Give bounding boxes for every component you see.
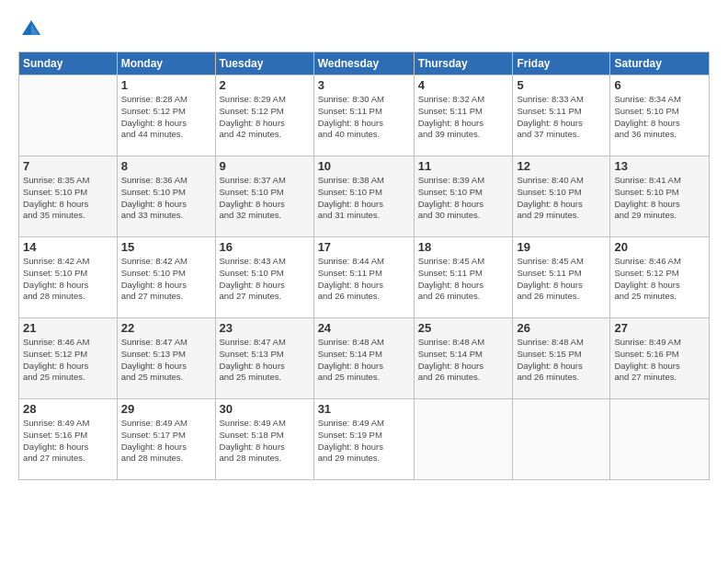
day-number: 26 [517,321,606,335]
day-detail: Sunrise: 8:30 AM Sunset: 5:11 PM Dayligh… [318,94,410,141]
day-detail: Sunrise: 8:49 AM Sunset: 5:19 PM Dayligh… [318,418,410,465]
day-number: 27 [614,321,705,335]
day-detail: Sunrise: 8:49 AM Sunset: 5:16 PM Dayligh… [614,337,705,384]
day-detail: Sunrise: 8:36 AM Sunset: 5:10 PM Dayligh… [121,175,211,222]
day-number: 9 [220,159,310,173]
day-number: 21 [23,321,113,335]
calendar-day-header: Monday [117,52,215,75]
day-number: 25 [418,321,509,335]
day-number: 23 [220,321,310,335]
day-number: 13 [614,159,705,173]
day-detail: Sunrise: 8:38 AM Sunset: 5:10 PM Dayligh… [318,175,410,222]
day-number: 20 [614,240,705,254]
day-number: 15 [121,240,211,254]
day-detail: Sunrise: 8:35 AM Sunset: 5:10 PM Dayligh… [23,175,113,222]
day-detail: Sunrise: 8:37 AM Sunset: 5:10 PM Dayligh… [220,175,310,222]
calendar-cell: 6Sunrise: 8:34 AM Sunset: 5:10 PM Daylig… [610,75,710,156]
calendar-cell: 24Sunrise: 8:48 AM Sunset: 5:14 PM Dayli… [313,318,414,399]
calendar-cell: 26Sunrise: 8:48 AM Sunset: 5:15 PM Dayli… [513,318,610,399]
day-number: 4 [418,78,509,92]
day-number: 14 [23,240,113,254]
day-number: 24 [318,321,410,335]
day-number: 17 [318,240,410,254]
calendar-cell: 30Sunrise: 8:49 AM Sunset: 5:18 PM Dayli… [215,399,313,480]
calendar-cell: 8Sunrise: 8:36 AM Sunset: 5:10 PM Daylig… [117,156,215,237]
day-detail: Sunrise: 8:48 AM Sunset: 5:15 PM Dayligh… [517,337,606,384]
calendar-cell: 10Sunrise: 8:38 AM Sunset: 5:10 PM Dayli… [313,156,414,237]
day-number: 12 [517,159,606,173]
day-number: 8 [121,159,211,173]
day-detail: Sunrise: 8:33 AM Sunset: 5:11 PM Dayligh… [517,94,606,141]
calendar-day-header: Saturday [610,52,710,75]
calendar-cell [610,399,710,480]
calendar-cell: 23Sunrise: 8:47 AM Sunset: 5:13 PM Dayli… [215,318,313,399]
day-detail: Sunrise: 8:32 AM Sunset: 5:11 PM Dayligh… [418,94,509,141]
day-detail: Sunrise: 8:48 AM Sunset: 5:14 PM Dayligh… [418,337,509,384]
day-detail: Sunrise: 8:29 AM Sunset: 5:12 PM Dayligh… [220,94,310,141]
calendar-week-row: 1Sunrise: 8:28 AM Sunset: 5:12 PM Daylig… [19,75,710,156]
calendar-header-row: SundayMondayTuesdayWednesdayThursdayFrid… [19,52,710,75]
calendar-week-row: 7Sunrise: 8:35 AM Sunset: 5:10 PM Daylig… [19,156,710,237]
day-detail: Sunrise: 8:47 AM Sunset: 5:13 PM Dayligh… [121,337,211,384]
day-detail: Sunrise: 8:49 AM Sunset: 5:16 PM Dayligh… [23,418,113,465]
day-detail: Sunrise: 8:49 AM Sunset: 5:17 PM Dayligh… [121,418,211,465]
calendar-cell: 16Sunrise: 8:43 AM Sunset: 5:10 PM Dayli… [215,237,313,318]
calendar-cell: 19Sunrise: 8:45 AM Sunset: 5:11 PM Dayli… [513,237,610,318]
day-detail: Sunrise: 8:46 AM Sunset: 5:12 PM Dayligh… [23,337,113,384]
day-number: 16 [220,240,310,254]
day-number: 1 [121,78,211,92]
calendar-day-header: Sunday [19,52,118,75]
logo [18,17,48,42]
calendar-cell: 12Sunrise: 8:40 AM Sunset: 5:10 PM Dayli… [513,156,610,237]
calendar-cell: 11Sunrise: 8:39 AM Sunset: 5:10 PM Dayli… [414,156,513,237]
day-detail: Sunrise: 8:41 AM Sunset: 5:10 PM Dayligh… [614,175,705,222]
calendar-cell [19,75,118,156]
calendar-cell: 15Sunrise: 8:42 AM Sunset: 5:10 PM Dayli… [117,237,215,318]
calendar-cell: 3Sunrise: 8:30 AM Sunset: 5:11 PM Daylig… [313,75,414,156]
day-number: 19 [517,240,606,254]
calendar-cell: 1Sunrise: 8:28 AM Sunset: 5:12 PM Daylig… [117,75,215,156]
calendar-day-header: Wednesday [313,52,414,75]
calendar-cell: 21Sunrise: 8:46 AM Sunset: 5:12 PM Dayli… [19,318,118,399]
calendar-table: SundayMondayTuesdayWednesdayThursdayFrid… [18,52,710,480]
day-number: 3 [318,78,410,92]
calendar-cell: 4Sunrise: 8:32 AM Sunset: 5:11 PM Daylig… [414,75,513,156]
calendar-cell: 13Sunrise: 8:41 AM Sunset: 5:10 PM Dayli… [610,156,710,237]
calendar-cell: 20Sunrise: 8:46 AM Sunset: 5:12 PM Dayli… [610,237,710,318]
day-detail: Sunrise: 8:40 AM Sunset: 5:10 PM Dayligh… [517,175,606,222]
calendar-week-row: 28Sunrise: 8:49 AM Sunset: 5:16 PM Dayli… [19,399,710,480]
calendar-cell: 29Sunrise: 8:49 AM Sunset: 5:17 PM Dayli… [117,399,215,480]
day-number: 6 [614,78,705,92]
day-number: 18 [418,240,509,254]
day-detail: Sunrise: 8:45 AM Sunset: 5:11 PM Dayligh… [418,256,509,303]
page: SundayMondayTuesdayWednesdayThursdayFrid… [0,0,728,563]
calendar-cell: 27Sunrise: 8:49 AM Sunset: 5:16 PM Dayli… [610,318,710,399]
header [18,17,710,42]
day-detail: Sunrise: 8:45 AM Sunset: 5:11 PM Dayligh… [517,256,606,303]
day-detail: Sunrise: 8:49 AM Sunset: 5:18 PM Dayligh… [220,418,310,465]
calendar-cell: 9Sunrise: 8:37 AM Sunset: 5:10 PM Daylig… [215,156,313,237]
calendar-day-header: Friday [513,52,610,75]
day-number: 29 [121,402,211,416]
calendar-cell: 28Sunrise: 8:49 AM Sunset: 5:16 PM Dayli… [19,399,118,480]
day-number: 28 [23,402,113,416]
day-detail: Sunrise: 8:39 AM Sunset: 5:10 PM Dayligh… [418,175,509,222]
calendar-cell: 17Sunrise: 8:44 AM Sunset: 5:11 PM Dayli… [313,237,414,318]
calendar-cell: 22Sunrise: 8:47 AM Sunset: 5:13 PM Dayli… [117,318,215,399]
calendar-cell: 5Sunrise: 8:33 AM Sunset: 5:11 PM Daylig… [513,75,610,156]
day-detail: Sunrise: 8:46 AM Sunset: 5:12 PM Dayligh… [614,256,705,303]
day-detail: Sunrise: 8:44 AM Sunset: 5:11 PM Dayligh… [318,256,410,303]
calendar-cell: 18Sunrise: 8:45 AM Sunset: 5:11 PM Dayli… [414,237,513,318]
calendar-day-header: Tuesday [215,52,313,75]
calendar-cell: 7Sunrise: 8:35 AM Sunset: 5:10 PM Daylig… [19,156,118,237]
day-number: 5 [517,78,606,92]
calendar-cell: 14Sunrise: 8:42 AM Sunset: 5:10 PM Dayli… [19,237,118,318]
day-detail: Sunrise: 8:47 AM Sunset: 5:13 PM Dayligh… [220,337,310,384]
calendar-week-row: 21Sunrise: 8:46 AM Sunset: 5:12 PM Dayli… [19,318,710,399]
day-detail: Sunrise: 8:28 AM Sunset: 5:12 PM Dayligh… [121,94,211,141]
day-detail: Sunrise: 8:48 AM Sunset: 5:14 PM Dayligh… [318,337,410,384]
day-detail: Sunrise: 8:42 AM Sunset: 5:10 PM Dayligh… [121,256,211,303]
day-detail: Sunrise: 8:42 AM Sunset: 5:10 PM Dayligh… [23,256,113,303]
logo-icon [18,17,44,42]
calendar-cell: 2Sunrise: 8:29 AM Sunset: 5:12 PM Daylig… [215,75,313,156]
